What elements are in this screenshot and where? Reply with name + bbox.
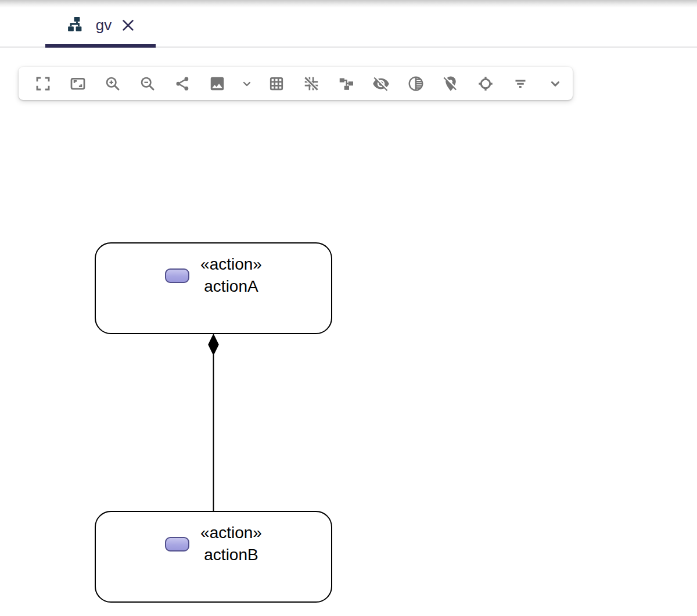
tree-diagram-icon	[65, 15, 87, 35]
hide-elements-button[interactable]	[364, 67, 398, 100]
eye-off-icon	[372, 75, 390, 92]
fullscreen-button[interactable]	[26, 67, 60, 100]
more-tools-button[interactable]	[538, 67, 573, 100]
diagram-canvas[interactable]: «action» actionA «action» actionB	[0, 48, 697, 616]
zoom-in-icon	[104, 75, 121, 92]
share-icon	[174, 75, 191, 92]
toggle-snap-to-grid-button[interactable]	[294, 67, 329, 100]
close-icon[interactable]	[120, 17, 136, 33]
tab-label: gv	[96, 16, 112, 34]
filled-diamond-marker	[208, 334, 219, 356]
filter-elements-button[interactable]	[503, 67, 538, 100]
node-text: «action» actionB	[200, 522, 262, 566]
node-actionA[interactable]: «action» actionA	[95, 242, 332, 334]
zoom-out-button[interactable]	[130, 67, 165, 100]
action-pill-icon	[165, 537, 189, 551]
unpin-elements-button[interactable]	[433, 67, 468, 100]
fade-elements-button[interactable]	[398, 67, 433, 100]
node-label: «action» actionB	[165, 522, 262, 566]
image-icon	[209, 75, 226, 92]
grid-icon	[268, 75, 285, 92]
reveal-selection-button[interactable]	[468, 67, 503, 100]
fit-to-screen-button[interactable]	[60, 67, 95, 100]
arrange-elements-icon	[337, 75, 355, 92]
snap-to-grid-off-icon	[303, 75, 320, 92]
node-name: actionB	[200, 544, 262, 566]
composition-edge[interactable]	[207, 333, 220, 513]
export-image-button[interactable]	[200, 67, 235, 100]
pin-off-icon	[442, 75, 459, 92]
zoom-in-button[interactable]	[95, 67, 130, 100]
tab-bar: gv	[0, 0, 697, 48]
node-text: «action» actionA	[200, 253, 262, 298]
node-actionB[interactable]: «action» actionB	[95, 511, 332, 603]
fit-to-screen-icon	[69, 75, 87, 92]
arrange-all-button[interactable]	[329, 67, 364, 100]
toggle-grid-button[interactable]	[259, 67, 294, 100]
chevron-down-icon	[240, 77, 254, 91]
tab-gv[interactable]: gv	[45, 3, 156, 46]
filter-list-icon	[512, 75, 529, 92]
fullscreen-icon	[34, 75, 52, 92]
node-stereotype: «action»	[200, 253, 262, 275]
crosshair-icon	[477, 75, 494, 92]
node-label: «action» actionA	[165, 253, 262, 298]
chevron-down-icon	[547, 75, 564, 92]
diagram-toolbar	[19, 67, 573, 100]
tonality-icon	[407, 75, 425, 92]
node-stereotype: «action»	[200, 522, 262, 544]
share-button[interactable]	[165, 67, 200, 100]
zoom-out-icon	[139, 75, 156, 92]
export-image-menu-button[interactable]	[235, 67, 259, 100]
node-name: actionA	[200, 275, 262, 298]
action-pill-icon	[165, 268, 189, 283]
